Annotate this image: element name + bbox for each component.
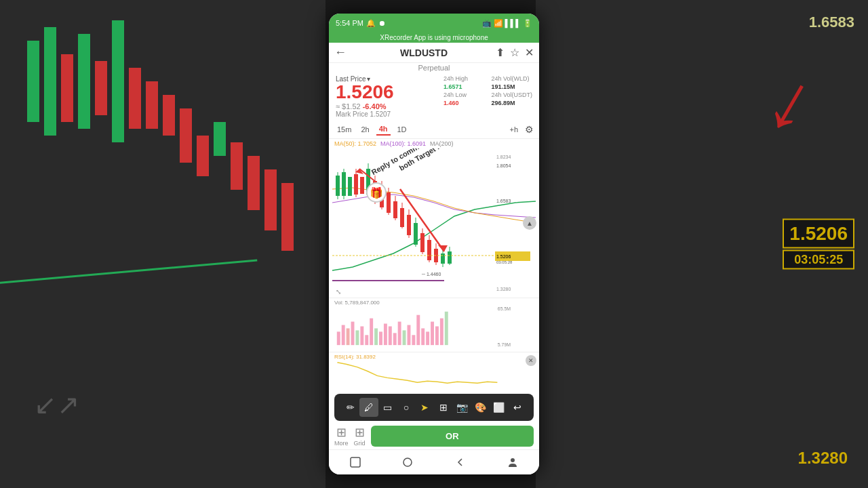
pencil-tool[interactable]: ✏: [341, 398, 359, 417]
share-icon[interactable]: ⬆: [496, 46, 505, 59]
recording-text: XRecorder App is using microphone: [380, 34, 488, 41]
svg-rect-60: [389, 326, 392, 345]
svg-rect-53: [355, 330, 359, 345]
record-icon: ⏺: [378, 19, 386, 27]
star-icon[interactable]: ☆: [510, 46, 519, 59]
svg-rect-66: [416, 315, 420, 345]
vol-usdt-label: 24h Vol(USDT): [491, 92, 532, 98]
circle-tool[interactable]: ○: [397, 398, 415, 417]
ma-100-label: MA(100): 1.6091: [380, 140, 426, 147]
recording-banner: XRecorder App is using microphone: [329, 33, 539, 43]
comment-bubble: 🎁: [366, 182, 387, 203]
high-value: 1.6571: [443, 83, 485, 90]
eraser-tool[interactable]: ⬜: [490, 398, 508, 417]
svg-point-77: [511, 458, 515, 462]
low-value: 1.460: [443, 100, 485, 106]
tab-extra[interactable]: +h: [507, 124, 521, 135]
svg-rect-65: [412, 335, 415, 345]
svg-text:─ 1.4460: ─ 1.4460: [421, 272, 441, 277]
rsi-section: RSI(14): 31.8392 ✕: [329, 352, 539, 392]
scroll-up-button[interactable]: ▲: [523, 216, 536, 230]
ma-labels: MA(50): 1.7052 MA(100): 1.6091 MA(200): [329, 139, 539, 148]
screenshot-tool[interactable]: ⊞: [434, 398, 452, 417]
rsi-label: RSI(14): 31.8392: [334, 354, 376, 360]
chart-settings-icon[interactable]: ⚙: [525, 124, 534, 135]
background-right: 1.6583 ↓ 1.5206 03:05:25 1.3280: [536, 0, 868, 488]
right-price-value: 1.5206: [783, 219, 854, 249]
low-label: 24h Low: [443, 92, 485, 98]
svg-rect-52: [351, 322, 355, 346]
notification-icon: 🔔: [366, 19, 376, 28]
status-time: 5:54 PM: [336, 19, 363, 27]
back-button[interactable]: ←: [334, 45, 347, 60]
status-bar: 5:54 PM 🔔 ⏺ 📺 📶 ▌▌▌ 🔋: [329, 14, 539, 33]
drawing-tools: ✏ 🖊 ▭ ○ ➤ ⊞ 📷 🎨 ⬜ ↩: [334, 394, 534, 421]
svg-rect-71: [440, 319, 443, 346]
svg-rect-56: [370, 319, 373, 346]
price-change: -6.40%: [363, 102, 387, 110]
svg-rect-69: [431, 322, 434, 346]
svg-rect-64: [408, 325, 411, 346]
bg-arrow-icon: ↙↗: [34, 389, 80, 420]
time-tabs: 15m 2h 4h 1D +h ⚙: [329, 121, 539, 139]
price-usd: ≈ $1.52 -6.40%: [336, 102, 394, 110]
more-button[interactable]: ⊞ More: [334, 425, 349, 447]
grid-label: Grid: [354, 440, 366, 447]
right-price-time: 03:05:25: [783, 250, 854, 270]
status-right: 📺 📶 ▌▌▌ 🔋: [482, 19, 532, 28]
palette-tool[interactable]: 🎨: [471, 398, 490, 417]
phone-frame: 5:54 PM 🔔 ⏺ 📺 📶 ▌▌▌ 🔋 XRecorder App is u…: [329, 14, 539, 474]
grid-button[interactable]: ⊞ Grid: [354, 425, 366, 447]
tab-2h[interactable]: 2h: [358, 124, 372, 135]
status-left: 5:54 PM 🔔 ⏺: [336, 19, 386, 28]
chart-title: WLDUSTD: [352, 47, 496, 58]
svg-text:1.6583: 1.6583: [496, 199, 511, 203]
svg-rect-50: [342, 325, 345, 346]
camera-tool[interactable]: 📷: [452, 398, 471, 417]
svg-rect-70: [435, 326, 439, 345]
svg-rect-62: [398, 322, 401, 346]
svg-rect-57: [374, 328, 378, 345]
airplay-icon: 📺: [482, 19, 492, 28]
bg-right-price-bottom: 1.3280: [798, 449, 848, 468]
arrow-tool[interactable]: ➤: [416, 398, 434, 417]
svg-text:1.8234: 1.8234: [496, 155, 511, 159]
ma-200-label: MA(200): [430, 140, 454, 147]
svg-rect-63: [403, 330, 406, 345]
bg-right-price-top: 1.6583: [809, 14, 854, 31]
vol-wld-value: 191.15M: [491, 83, 532, 90]
right-price-overlay: 1.5206 03:05:25: [783, 219, 854, 270]
price-left: Last Price ▾ 1.5206 ≈ $1.52 -6.40% Mark …: [336, 75, 394, 118]
svg-rect-72: [445, 312, 448, 345]
nav-bar: ← WLDUSTD ⬆ ☆ ✕: [329, 43, 539, 63]
close-rsi-button[interactable]: ✕: [526, 355, 536, 366]
nav-square-button[interactable]: [347, 454, 363, 470]
high-label: 24h High: [443, 75, 485, 82]
close-icon[interactable]: ✕: [525, 46, 534, 59]
nav-home-button[interactable]: [399, 454, 416, 470]
chart-area[interactable]: 🎁 Reply to comment tradingerror'sboth Ta…: [329, 148, 539, 298]
highlight-tool[interactable]: 🖊: [359, 398, 378, 417]
svg-rect-55: [365, 335, 368, 345]
or-button[interactable]: OR: [371, 426, 534, 447]
signal-icon: ▌▌▌: [505, 19, 521, 27]
nav-back-button[interactable]: [452, 454, 469, 470]
svg-rect-4: [348, 177, 352, 196]
svg-rect-68: [426, 331, 429, 345]
nav-person-button[interactable]: [505, 454, 521, 470]
tab-4h[interactable]: 4h: [376, 123, 391, 136]
vol-wld-label: 24h Vol(WLD): [491, 75, 532, 82]
phone-nav: [329, 449, 539, 474]
svg-text:65.5M: 65.5M: [498, 306, 511, 311]
volume-label: Vol: 5,789,847.000: [334, 300, 380, 306]
tab-1d[interactable]: 1D: [395, 124, 410, 135]
undo-tool[interactable]: ↩: [509, 398, 527, 417]
candlestick-chart: 1.8054 1.6583 1.8234 1.5206 03:05:28 ─ 1…: [329, 148, 539, 298]
background-left: ↙↗: [0, 0, 326, 488]
svg-rect-61: [393, 333, 397, 345]
battery-icon: 🔋: [523, 19, 532, 28]
rectangle-tool[interactable]: ▭: [378, 398, 397, 417]
svg-rect-58: [379, 331, 382, 345]
tab-15m[interactable]: 15m: [334, 124, 354, 135]
svg-text:⤡: ⤡: [336, 288, 341, 296]
